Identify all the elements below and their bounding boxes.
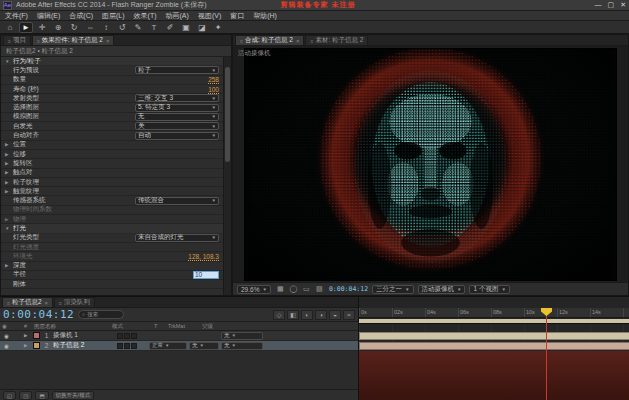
region-of-interest-icon[interactable]: ▭ (301, 285, 312, 294)
graph-editor-icon[interactable]: ≈ (343, 310, 355, 320)
effects-tab[interactable]: ≡项目 (3, 35, 31, 45)
switch-icon[interactable] (124, 333, 130, 339)
current-time-display[interactable]: 0:00:04:12 (3, 308, 74, 321)
menu-item[interactable]: 帮助(H) (253, 11, 277, 21)
effect-row[interactable]: ▼打光 (1, 224, 223, 233)
layer-name[interactable]: 摄像机 1 (53, 331, 115, 340)
twirl-icon[interactable]: ▶ (5, 180, 13, 185)
effect-value-dropdown[interactable]: 传统混合▼ (135, 197, 219, 205)
effect-value-dropdown[interactable]: 5. 特定页 3▼ (135, 104, 219, 112)
close-icon[interactable]: × (45, 300, 49, 306)
parent-dropdown[interactable]: 无▼ (221, 332, 263, 340)
expand-switches-icon[interactable]: ◱ (3, 391, 16, 400)
effect-row[interactable]: 传感器系统传统混合▼ (1, 196, 223, 205)
composition-viewer[interactable]: 活动摄像机 (233, 46, 628, 282)
menu-item[interactable]: 视图(V) (198, 11, 221, 21)
effect-row[interactable]: 环境光128, 108.3 (1, 252, 223, 261)
layer-color-label[interactable] (33, 342, 40, 349)
draft-3d-icon[interactable]: ◧ (287, 310, 299, 320)
menu-item[interactable]: 合成(C) (69, 11, 93, 21)
timeline-track-area[interactable]: 0s02s04s06s08s10s12s14s (358, 297, 629, 400)
twirl-icon[interactable]: ▶ (5, 263, 13, 268)
rotation-tool[interactable]: ↺ (115, 22, 129, 33)
effect-row[interactable]: ▶位移 (1, 150, 223, 159)
effect-row[interactable]: 半径 (1, 271, 223, 280)
layer-switches[interactable] (117, 343, 147, 349)
expand-transfer-icon[interactable]: ◳ (19, 391, 32, 400)
effect-value-dropdown[interactable]: 关▼ (135, 122, 219, 130)
menu-item[interactable]: 图层(L) (102, 11, 125, 21)
twirl-icon[interactable]: ▼ (5, 226, 13, 231)
timeline-tab[interactable]: ≡粒子信息2× (2, 297, 53, 307)
twirl-icon[interactable]: ▶ (5, 189, 13, 194)
effect-value-dropdown[interactable]: 自动▼ (135, 132, 219, 140)
view-layout-dropdown[interactable]: 1 个视图▼ (469, 285, 509, 294)
effect-row[interactable]: 自动对齐自动▼ (1, 131, 223, 140)
effect-row[interactable]: ▶触觉纹理 (1, 187, 223, 196)
timeline-search-input[interactable]: ⌕ 搜索 (78, 310, 124, 319)
menu-item[interactable]: 文件(F) (5, 11, 28, 21)
layer-duration-bar[interactable] (359, 342, 629, 350)
visibility-eye-icon[interactable]: ◉ (2, 343, 11, 349)
effect-row[interactable]: 选择图层5. 特定页 3▼ (1, 103, 223, 112)
camera-view-dropdown[interactable]: 活动摄像机▼ (418, 285, 466, 294)
blend-mode-dropdown[interactable]: 正常▼ (149, 342, 187, 350)
effect-row[interactable]: 物理时间系数 (1, 206, 223, 215)
effect-row[interactable]: ▶物理 (1, 215, 223, 224)
mask-visibility-icon[interactable]: ◯ (288, 285, 299, 294)
viewer-current-time[interactable]: 0:00:04:12 (329, 285, 368, 293)
scrollbar-thumb[interactable] (225, 67, 230, 162)
minimize-button[interactable]: — (595, 1, 602, 9)
effect-row[interactable]: 自发光关▼ (1, 122, 223, 131)
menu-item[interactable]: 编辑(E) (37, 11, 60, 21)
layer-switches[interactable] (117, 333, 147, 339)
hide-shy-icon[interactable]: ◐ (301, 310, 313, 320)
expand-inout-icon[interactable]: ⬒ (35, 391, 48, 400)
effects-scrollbar[interactable] (223, 57, 231, 295)
close-icon[interactable]: × (106, 38, 110, 44)
toggle-switches-modes-button[interactable]: 切换开关/模式 (52, 391, 95, 400)
resolution-dropdown[interactable]: 三分之一▼ (372, 285, 413, 294)
menu-item[interactable]: 窗口 (230, 11, 244, 21)
effect-row[interactable]: ▶旋转区 (1, 159, 223, 168)
layer-color-label[interactable] (33, 332, 40, 339)
magnification-dropdown[interactable]: 29.6%▼ (237, 285, 271, 294)
twirl-icon[interactable]: ▶ (5, 161, 13, 166)
dolly-camera-tool[interactable]: ↕ (99, 22, 113, 33)
trkmat-dropdown[interactable]: 无▼ (189, 342, 219, 350)
layer-row[interactable]: ◉▶2粒子信息 2正常▼无▼无▼ (0, 341, 358, 351)
effect-value-number[interactable]: 128, 108.3 (188, 253, 219, 260)
grid-guides-icon[interactable]: ▦ (275, 285, 286, 294)
effect-row[interactable]: ▼行为/粒子 (1, 57, 223, 66)
effect-row[interactable]: ▶位置 (1, 141, 223, 150)
effect-row[interactable]: 数量258 (1, 76, 223, 85)
effect-row[interactable]: 灯光强度 (1, 243, 223, 252)
radius-input[interactable] (193, 271, 219, 279)
switch-icon[interactable] (131, 333, 137, 339)
effect-row[interactable]: 寿命 (秒)100 (1, 85, 223, 94)
twirl-icon[interactable]: ▶ (24, 333, 31, 338)
twirl-icon[interactable]: ▶ (5, 142, 13, 147)
twirl-icon[interactable]: ▶ (5, 170, 13, 175)
hand-tool[interactable]: ✛ (35, 22, 49, 33)
pan-camera-tool[interactable]: ⇔ (83, 22, 97, 33)
menu-item[interactable]: 效果(T) (134, 11, 157, 21)
twirl-icon[interactable]: ▶ (5, 152, 13, 157)
layer-duration-bar[interactable] (359, 332, 629, 340)
effect-value-dropdown[interactable]: 粒子▼ (135, 66, 219, 74)
motion-blur-icon[interactable]: ◒ (329, 310, 341, 320)
maximize-button[interactable]: ▢ (608, 1, 615, 9)
effect-row[interactable]: 刚体 (1, 280, 223, 289)
parent-dropdown[interactable]: 无▼ (221, 342, 263, 350)
effect-row[interactable]: 模拟图层无▼ (1, 113, 223, 122)
transparency-grid-icon[interactable]: ▨ (314, 285, 325, 294)
selection-tool[interactable]: ► (19, 22, 33, 33)
twirl-icon[interactable]: ▶ (24, 343, 31, 348)
effect-row[interactable]: ▶粒子纹理 (1, 178, 223, 187)
twirl-icon[interactable]: ▶ (5, 217, 13, 222)
effects-tab[interactable]: ≡效果控件: 粒子信息 2× (32, 35, 114, 45)
clone-stamp-tool[interactable]: ▣ (179, 22, 193, 33)
composition-tab[interactable]: ≡素材: 粒子信息 2 (305, 35, 368, 45)
switch-icon[interactable] (124, 343, 130, 349)
home-tool[interactable]: ⌂ (3, 22, 17, 33)
